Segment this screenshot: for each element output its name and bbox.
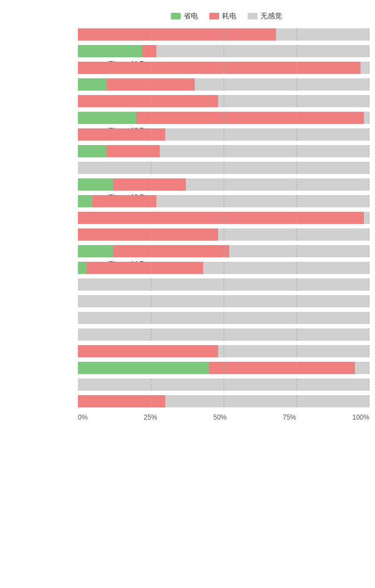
bar-wrapper [78, 295, 369, 307]
bar-wrapper [78, 28, 369, 41]
bar-segment-green [78, 362, 209, 374]
bar-segment-pink [78, 395, 165, 407]
chart-container: 省电耗电无感觉 iPhone 11iPhone 11 ProiPhone 11 … [0, 6, 375, 438]
bar-row: iPhone 14 ProMax [78, 260, 369, 276]
legend-label-neutral: 无感觉 [260, 11, 282, 21]
bar-row: iPhone 11 Pro [78, 43, 369, 59]
bar-segment-gray [78, 312, 369, 324]
bar-segment-gray [78, 328, 369, 341]
bar-row: iPhone 8 [78, 277, 369, 292]
bar-segment-gray [160, 145, 369, 157]
bar-segment-gray [156, 195, 369, 207]
bar-row: iPhone 8 Plus [78, 293, 369, 309]
bar-segment-pink [136, 112, 364, 124]
legend-color-neutral [248, 13, 258, 19]
bar-segment-pink [92, 195, 156, 207]
legend: 省电耗电无感觉 [0, 11, 375, 21]
bar-row: iPhone SE 第2代 [78, 310, 369, 326]
bar-segment-green [78, 262, 87, 274]
legend-color-save [171, 13, 181, 19]
bar-segment-gray [78, 162, 369, 174]
bar-segment-pink [113, 178, 186, 191]
bar-segment-pink [78, 345, 218, 357]
bar-wrapper [78, 212, 369, 224]
bar-wrapper [78, 178, 369, 191]
bar-segment-green [78, 245, 113, 257]
bar-segment-pink [78, 128, 165, 141]
bar-segment-gray [78, 378, 369, 391]
bar-segment-gray [78, 278, 369, 291]
bar-segment-gray [186, 178, 369, 191]
bar-wrapper [78, 245, 369, 257]
bar-wrapper [78, 378, 369, 391]
bar-wrapper [78, 262, 369, 274]
bar-segment-gray [78, 295, 369, 307]
bar-row: iPhone 14 Pro [78, 243, 369, 259]
bar-wrapper [78, 78, 369, 91]
bar-row: iPhone 13 [78, 143, 369, 159]
bar-segment-pink [142, 45, 156, 57]
bar-segment-pink [78, 228, 218, 241]
bar-segment-gray [165, 128, 369, 141]
bar-wrapper [78, 45, 369, 57]
bar-segment-green [78, 45, 142, 57]
bar-segment-gray [229, 245, 369, 257]
bar-row: iPhone 12 ProMax [78, 127, 369, 142]
bar-wrapper [78, 195, 369, 207]
bar-wrapper [78, 328, 369, 341]
bar-segment-pink [78, 62, 361, 74]
x-axis: 0%25%50%75%100% [0, 413, 375, 421]
bar-wrapper [78, 362, 369, 374]
bar-segment-pink [209, 362, 355, 374]
bar-row: iPhone 13 mini [78, 160, 369, 176]
bar-wrapper [78, 62, 369, 74]
bar-wrapper [78, 278, 369, 291]
bar-row: iPhone 11 ProMax [78, 60, 369, 76]
bar-wrapper [78, 395, 369, 407]
legend-item-drain: 耗电 [209, 11, 236, 21]
bar-segment-pink [107, 78, 194, 91]
bar-row: iPhone 12 mini [78, 93, 369, 109]
bar-wrapper [78, 345, 369, 357]
bar-row: iPhone XR [78, 360, 369, 376]
bar-segment-green [78, 78, 107, 91]
legend-color-drain [209, 13, 219, 19]
x-axis-label: 25% [144, 413, 157, 421]
bar-segment-gray [156, 45, 369, 57]
bar-segment-green [78, 178, 113, 191]
bar-row: iPhone SE 第3代 [78, 327, 369, 342]
bar-row: iPhone X [78, 343, 369, 359]
bar-wrapper [78, 112, 369, 124]
bar-segment-gray [203, 262, 369, 274]
bar-segment-green [78, 195, 92, 207]
bar-segment-pink [113, 245, 230, 257]
bar-row: iPhone 12 [78, 77, 369, 92]
bar-segment-pink [78, 95, 218, 107]
bar-wrapper [78, 128, 369, 141]
bar-row: iPhone 13 Pro [78, 177, 369, 192]
bar-segment-gray [195, 78, 369, 91]
bar-segment-gray [364, 112, 369, 124]
legend-label-save: 省电 [184, 11, 198, 21]
bar-row: iPhone XS Max [78, 393, 369, 409]
bar-row: iPhone 12 Pro [78, 110, 369, 126]
bar-segment-gray [218, 95, 369, 107]
bar-row: iPhone 13 ProMax [78, 193, 369, 209]
bar-segment-gray [355, 362, 369, 374]
bar-segment-green [78, 112, 136, 124]
bar-segment-gray [361, 62, 369, 74]
bar-segment-pink [107, 145, 159, 157]
bar-segment-gray [165, 395, 369, 407]
bar-segment-pink [87, 262, 204, 274]
bar-row: iPhone XS [78, 377, 369, 392]
bar-wrapper [78, 145, 369, 157]
legend-label-drain: 耗电 [222, 11, 236, 21]
bar-segment-gray [218, 345, 369, 357]
bar-segment-pink [78, 212, 364, 224]
x-axis-label: 0% [78, 413, 87, 421]
legend-item-neutral: 无感觉 [248, 11, 282, 21]
x-axis-label: 100% [352, 413, 369, 421]
bar-wrapper [78, 228, 369, 241]
bar-wrapper [78, 95, 369, 107]
bar-segment-gray [364, 212, 369, 224]
